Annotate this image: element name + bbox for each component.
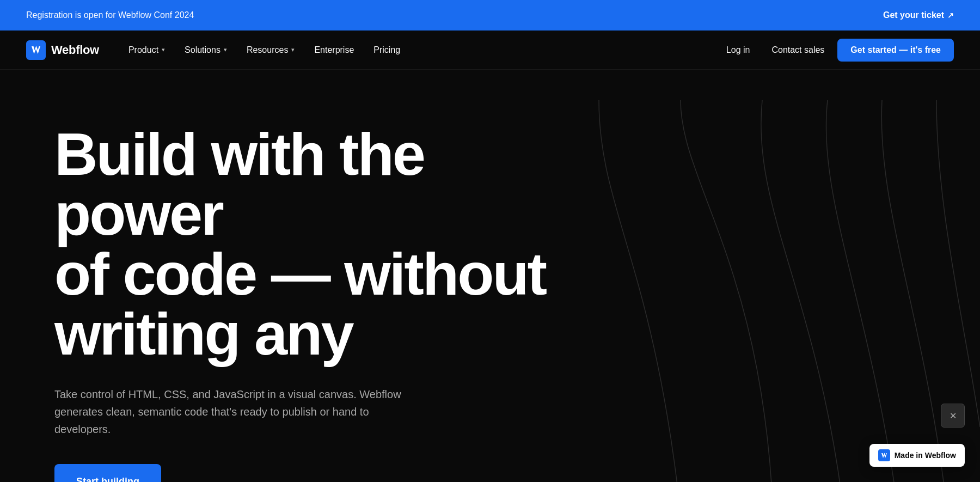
nav-items: Product ▾ Solutions ▾ Resources ▾ Enterp… bbox=[121, 41, 408, 59]
svg-rect-0 bbox=[26, 40, 46, 60]
nav-item-solutions[interactable]: Solutions ▾ bbox=[177, 41, 235, 59]
announcement-bar: Registration is open for Webflow Conf 20… bbox=[0, 0, 980, 30]
made-in-webflow-badge[interactable]: Made in Webflow bbox=[869, 444, 965, 467]
nav-item-solutions-label: Solutions bbox=[185, 45, 220, 55]
hero-subtext: Take control of HTML, CSS, and JavaScrip… bbox=[54, 386, 425, 438]
nav-item-enterprise-label: Enterprise bbox=[314, 45, 354, 55]
webflow-badge-logo-icon bbox=[878, 449, 890, 461]
announcement-text: Registration is open for Webflow Conf 20… bbox=[26, 10, 194, 20]
hero-headline-line1: Build with the power bbox=[54, 120, 424, 247]
nav-item-enterprise[interactable]: Enterprise bbox=[307, 41, 362, 59]
nav-item-product[interactable]: Product ▾ bbox=[121, 41, 173, 59]
nav-left: Webflow Product ▾ Solutions ▾ Resources … bbox=[26, 40, 408, 60]
close-icon: ✕ bbox=[950, 411, 957, 421]
nav-right: Log in Contact sales Get started — it's … bbox=[718, 39, 954, 62]
login-button[interactable]: Log in bbox=[718, 41, 759, 59]
start-building-button[interactable]: Start building bbox=[54, 464, 161, 482]
nav-item-resources-label: Resources bbox=[247, 45, 288, 55]
chevron-down-icon: ▾ bbox=[162, 46, 165, 53]
hero-content: Build with the power of code — without w… bbox=[54, 124, 577, 482]
logo-text: Webflow bbox=[51, 43, 99, 57]
logo[interactable]: Webflow bbox=[26, 40, 99, 60]
hero-headline-line3: writing any bbox=[54, 300, 353, 367]
webflow-logo-icon bbox=[26, 40, 46, 60]
nav-item-pricing[interactable]: Pricing bbox=[366, 41, 408, 59]
nav-item-pricing-label: Pricing bbox=[373, 45, 400, 55]
announcement-link-text: Get your ticket bbox=[883, 10, 944, 20]
hero-headline: Build with the power of code — without w… bbox=[54, 124, 577, 364]
chevron-down-icon: ▾ bbox=[224, 46, 227, 53]
chevron-down-icon: ▾ bbox=[291, 46, 295, 53]
nav-item-product-label: Product bbox=[128, 45, 158, 55]
announcement-link[interactable]: Get your ticket ↗ bbox=[883, 10, 954, 20]
svg-rect-1 bbox=[878, 449, 890, 461]
external-link-icon: ↗ bbox=[947, 11, 954, 20]
hero-headline-line2: of code — without bbox=[54, 240, 546, 307]
hero-section: Build with the power of code — without w… bbox=[0, 70, 980, 482]
get-started-button[interactable]: Get started — it's free bbox=[837, 39, 954, 62]
made-in-webflow-text: Made in Webflow bbox=[895, 451, 956, 460]
contact-sales-button[interactable]: Contact sales bbox=[763, 41, 833, 59]
chat-close-button[interactable]: ✕ bbox=[941, 404, 965, 428]
navbar: Webflow Product ▾ Solutions ▾ Resources … bbox=[0, 30, 980, 70]
nav-item-resources[interactable]: Resources ▾ bbox=[239, 41, 302, 59]
